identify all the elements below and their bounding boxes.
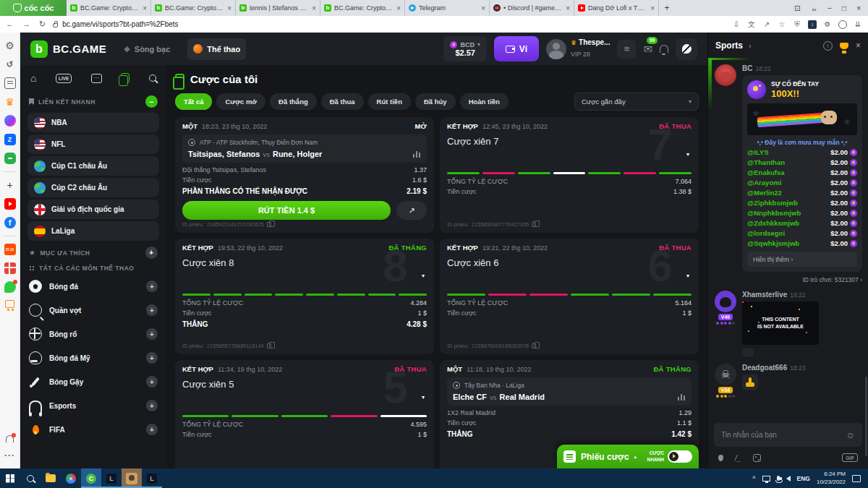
restore-tab-icon[interactable]: ⭟	[810, 4, 817, 12]
edgebar-icon[interactable]	[4, 134, 16, 145]
edgebar-icon[interactable]	[4, 217, 16, 228]
rain-user-name[interactable]: @ILYS	[747, 148, 769, 156]
network-icon[interactable]	[762, 476, 770, 481]
bookmark-star-icon[interactable]: ☆	[778, 20, 786, 29]
sport-item[interactable]: Esports +	[29, 396, 158, 415]
tab-close-icon[interactable]: ×	[481, 4, 485, 12]
mail-icon[interactable]: ✉99	[643, 43, 652, 56]
bet-card-combo[interactable]: KẾT HỢP 12:45, 23 thg 10, 2022 ĐÃ THUA C…	[440, 117, 699, 233]
rain-user-name[interactable]: @Enakufsa	[747, 168, 785, 176]
combo-box[interactable]: Cược xiên 8 8 ▾	[182, 255, 427, 296]
edgebar-icon[interactable]	[6, 435, 14, 442]
filter-chip[interactable]: Cược mở	[216, 93, 265, 110]
chat-scrollbar[interactable]	[865, 377, 867, 456]
sport-item[interactable]: Bóng đá +	[29, 277, 158, 296]
tab-close-icon[interactable]: ×	[396, 4, 401, 12]
rain-tip-icon[interactable]	[718, 455, 723, 461]
quick-link-item[interactable]: Cúp C1 châu Âu	[27, 156, 159, 176]
event-box[interactable]: Tây Ban Nha · LaLiga Elche CF vs Real Ma…	[447, 377, 692, 406]
sport-item[interactable]: Bóng Gậy +	[29, 372, 158, 391]
user-profile[interactable]: ♛Thespe... VIP 28	[546, 38, 610, 59]
browser-tab[interactable]: BC.Game: Crypto Casino ×	[320, 0, 405, 16]
sport-item[interactable]: Bóng đá Mỹ +	[29, 348, 158, 367]
translate-icon[interactable]: 文	[747, 20, 756, 29]
edgebar-icon[interactable]	[4, 262, 16, 274]
chevron-down-icon[interactable]: ▾	[422, 273, 425, 279]
expand-plus-icon[interactable]: +	[146, 352, 158, 364]
tab-close-icon[interactable]: ×	[312, 4, 316, 12]
bet-card-combo[interactable]: KẾT HỢP 11:34, 19 thg 10, 2022 ĐÃ THUA C…	[175, 360, 434, 468]
cashout-button[interactable]: RÚT TIỀN 1.4 $	[182, 201, 391, 220]
collapsed-attachment[interactable]	[742, 348, 754, 356]
sender-name[interactable]: Deadgoat666	[742, 364, 787, 372]
expand-plus-icon[interactable]: +	[146, 328, 158, 340]
nav-casino[interactable]: ◆ Sòng bạc	[118, 38, 176, 60]
event-box[interactable]: ATP · ATP Stockholm, Thụy Điển Đơn Nam T…	[182, 134, 427, 163]
bcgame-logo[interactable]: b BC.GAME	[30, 40, 106, 58]
copy-icon[interactable]	[532, 222, 536, 227]
browser-tab[interactable]: Dang Dở Lofi x Thời tình ×	[574, 0, 659, 16]
chevron-right-icon[interactable]: ›	[749, 41, 752, 50]
bet-card-combo[interactable]: KẾT HỢP 19:21, 22 thg 10, 2022 ĐÃ THUA C…	[440, 239, 699, 354]
chat-input[interactable]: Tin nhắn của bạn ☺	[714, 423, 862, 447]
game-id-link[interactable]: ID trò chơi: 5321307 ›	[742, 276, 862, 283]
quick-link-item[interactable]: Cúp C2 châu Âu	[27, 178, 159, 197]
chevron-down-icon[interactable]: ▾	[422, 394, 425, 401]
language-indicator[interactable]: ENG	[797, 475, 810, 482]
tab-close-icon[interactable]: ×	[650, 4, 655, 12]
edgebar-icon[interactable]	[4, 40, 16, 51]
browser-tab[interactable]: BC.Game: Crypto Casino ×	[151, 0, 236, 16]
chat-close-icon[interactable]: ×	[856, 40, 861, 51]
edgebar-icon[interactable]	[4, 96, 16, 108]
edgebar-icon[interactable]	[4, 171, 17, 172]
league-of-legends-icon[interactable]: L	[101, 468, 122, 488]
expand-plus-icon[interactable]: +	[146, 281, 158, 292]
chat-toggle-icon[interactable]	[676, 38, 697, 60]
clock[interactable]: 6:24 PM10/23/2022	[817, 471, 846, 486]
rain-user-name[interactable]: @Zdxhkksmjwb	[747, 219, 799, 227]
quick-link-item[interactable]: NFL	[27, 134, 159, 154]
quick-link-item[interactable]: Giải vô địch quốc gia	[27, 200, 159, 219]
filter-chip[interactable]: Đã hủy	[415, 93, 456, 110]
url-field[interactable]: bc.game/vi/sports?bt-path=%2Fbets	[53, 20, 725, 28]
forward-icon[interactable]: →	[22, 20, 30, 29]
chrome-icon[interactable]	[61, 468, 81, 488]
sort-dropdown[interactable]: Cược gần đây ▾	[574, 93, 699, 111]
filter-chip[interactable]: Đã thắng	[270, 93, 317, 110]
url-text[interactable]: bc.game/vi/sports?bt-path=%2Fbets	[62, 20, 178, 28]
chat-channel-tab[interactable]: Sports	[715, 40, 743, 51]
file-explorer-icon[interactable]	[41, 468, 61, 488]
rain-user-name[interactable]: @Thanthan	[747, 158, 785, 166]
hidden-icons-caret[interactable]: ^	[752, 475, 755, 482]
tab-search-icon[interactable]: ⊡	[794, 4, 800, 12]
betslip-button[interactable]: Phiếu cược ▴ CƯỢCNHANH	[557, 445, 699, 468]
notifications-bell-icon[interactable]	[660, 45, 668, 53]
quick-link-item[interactable]: LaLiga	[27, 221, 159, 241]
live-icon[interactable]: LIVE	[56, 74, 72, 83]
avatar-user[interactable]	[715, 364, 736, 385]
edgebar-icon[interactable]	[4, 59, 16, 70]
back-icon[interactable]: ←	[6, 20, 14, 29]
calendar-icon[interactable]	[91, 74, 102, 83]
bet-card-combo[interactable]: KẾT HỢP 19:53, 22 thg 10, 2022 ĐÃ THẮNG …	[175, 239, 434, 354]
tab-close-icon[interactable]: ×	[142, 4, 147, 12]
stats-icon[interactable]	[678, 394, 686, 401]
expand-plus-icon[interactable]: +	[146, 304, 158, 316]
nav-sports[interactable]: Thể thao	[187, 38, 246, 60]
filter-chip[interactable]: Rút tiền	[368, 93, 411, 110]
rain-user-name[interactable]: @Merlin22	[747, 189, 782, 197]
edgebar-icon[interactable]	[4, 281, 16, 293]
rank-menu-icon[interactable]: ≡	[617, 40, 636, 59]
downloads-tray-icon[interactable]: ⇊	[854, 20, 862, 29]
new-tab-button[interactable]: +	[659, 0, 675, 16]
taskbar-search-icon[interactable]	[20, 468, 41, 488]
share-bet-button[interactable]: ↗	[396, 201, 427, 220]
avatar-user[interactable]	[715, 291, 736, 312]
currency-selector[interactable]: ¢ BCD ▾ $2.57	[443, 36, 487, 61]
volume-icon[interactable]	[786, 476, 791, 481]
copy-icon[interactable]	[267, 222, 271, 227]
extensions-icon[interactable]: ⚙	[823, 20, 832, 29]
wallet-button[interactable]: Ví	[494, 36, 539, 61]
download-page-icon[interactable]: ⇩	[732, 20, 741, 29]
edgebar-icon[interactable]	[4, 236, 17, 236]
